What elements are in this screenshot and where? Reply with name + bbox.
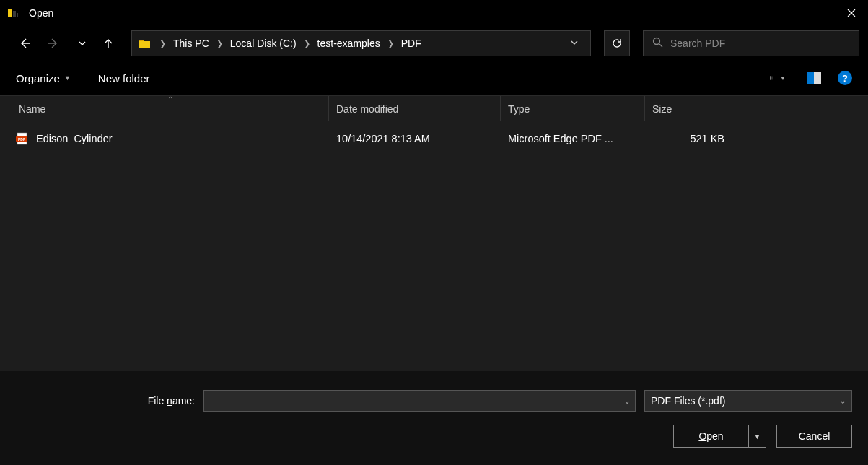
filename-combo[interactable]: ⌄ — [203, 390, 636, 412]
pdf-icon: PDF — [16, 132, 29, 145]
app-icon — [7, 7, 19, 19]
chevron-down-icon: ⌄ — [840, 391, 846, 411]
file-size: 521 KB — [645, 133, 753, 144]
column-header-type[interactable]: Type — [501, 96, 645, 121]
column-header-date[interactable]: Date modified — [329, 96, 501, 121]
open-button[interactable]: Open — [673, 425, 749, 448]
chevron-down-icon: ▼ — [64, 74, 71, 82]
svg-rect-1 — [13, 11, 16, 17]
open-button-group: Open ▼ — [673, 425, 766, 448]
sort-indicator-icon: ⌃ — [167, 95, 173, 103]
filename-label: File name: — [16, 395, 203, 407]
breadcrumb-dropdown[interactable] — [564, 38, 584, 49]
file-type-filter[interactable]: PDF Files (*.pdf) ⌄ — [644, 390, 852, 412]
new-folder-button[interactable]: New folder — [98, 72, 150, 84]
window-title: Open — [29, 7, 53, 19]
breadcrumb-item[interactable]: test-examples — [315, 38, 383, 49]
breadcrumb[interactable]: ❯ This PC ❯ Local Disk (C:) ❯ test-examp… — [131, 30, 591, 56]
svg-rect-2 — [17, 13, 18, 17]
breadcrumb-item[interactable]: PDF — [398, 38, 424, 49]
filter-label: PDF Files (*.pdf) — [651, 395, 840, 407]
up-button[interactable] — [100, 35, 117, 52]
svg-text:PDF: PDF — [18, 137, 25, 142]
column-header-size[interactable]: Size — [645, 96, 753, 121]
svg-rect-0 — [8, 9, 12, 17]
chevron-right-icon[interactable]: ❯ — [155, 39, 170, 48]
svg-rect-7 — [771, 77, 773, 77]
search-icon — [652, 37, 663, 50]
chevron-right-icon[interactable]: ❯ — [299, 39, 315, 48]
svg-rect-9 — [771, 79, 773, 80]
organize-button[interactable]: Organize ▼ — [16, 72, 71, 84]
filename-input[interactable] — [204, 396, 619, 407]
file-name: Edison_Cylinder — [36, 133, 329, 144]
file-type: Microsoft Edge PDF ... — [501, 133, 645, 144]
breadcrumb-item[interactable]: Local Disk (C:) — [227, 38, 299, 49]
svg-rect-5 — [770, 77, 771, 78]
forward-button[interactable] — [45, 35, 62, 52]
navigation-bar: ❯ This PC ❯ Local Disk (C:) ❯ test-examp… — [0, 26, 868, 61]
chevron-right-icon[interactable]: ❯ — [383, 39, 398, 48]
breadcrumb-item[interactable]: This PC — [170, 38, 212, 49]
new-folder-label: New folder — [98, 72, 150, 84]
svg-rect-11 — [807, 72, 814, 84]
folder-icon — [138, 37, 151, 50]
svg-rect-12 — [814, 72, 821, 84]
refresh-button[interactable] — [604, 30, 630, 56]
svg-rect-8 — [771, 78, 773, 79]
file-row[interactable]: PDF Edison_Cylinder 10/14/2021 8:13 AM M… — [16, 127, 868, 150]
titlebar: Open — [0, 0, 868, 26]
preview-pane-button[interactable] — [806, 70, 822, 86]
recent-locations-button[interactable] — [74, 35, 91, 52]
organize-label: Organize — [16, 72, 60, 84]
bottom-panel: File name: ⌄ PDF Files (*.pdf) ⌄ Open ▼ … — [0, 371, 868, 465]
chevron-down-icon[interactable]: ⌄ — [619, 391, 635, 411]
open-dropdown-button[interactable]: ▼ — [749, 425, 766, 448]
back-button[interactable] — [16, 35, 33, 52]
resize-grip[interactable]: ⋰⋰ — [849, 459, 867, 464]
chevron-right-icon[interactable]: ❯ — [212, 39, 227, 48]
svg-rect-6 — [770, 79, 771, 79]
cancel-button[interactable]: Cancel — [776, 425, 852, 448]
search-box[interactable] — [643, 30, 859, 56]
close-button[interactable] — [835, 0, 868, 26]
file-list: PDF Edison_Cylinder 10/14/2021 8:13 AM M… — [0, 121, 868, 371]
svg-rect-4 — [770, 77, 771, 77]
search-input[interactable] — [670, 38, 850, 49]
svg-point-3 — [654, 38, 660, 45]
toolbar: Organize ▼ New folder ▼ ? — [0, 61, 868, 95]
help-button[interactable]: ? — [838, 71, 852, 85]
chevron-down-icon: ▼ — [780, 75, 786, 82]
file-date: 10/14/2021 8:13 AM — [329, 133, 501, 144]
view-mode-button[interactable]: ▼ — [770, 70, 786, 86]
column-headers: ⌃ Name Date modified Type Size — [0, 95, 868, 121]
